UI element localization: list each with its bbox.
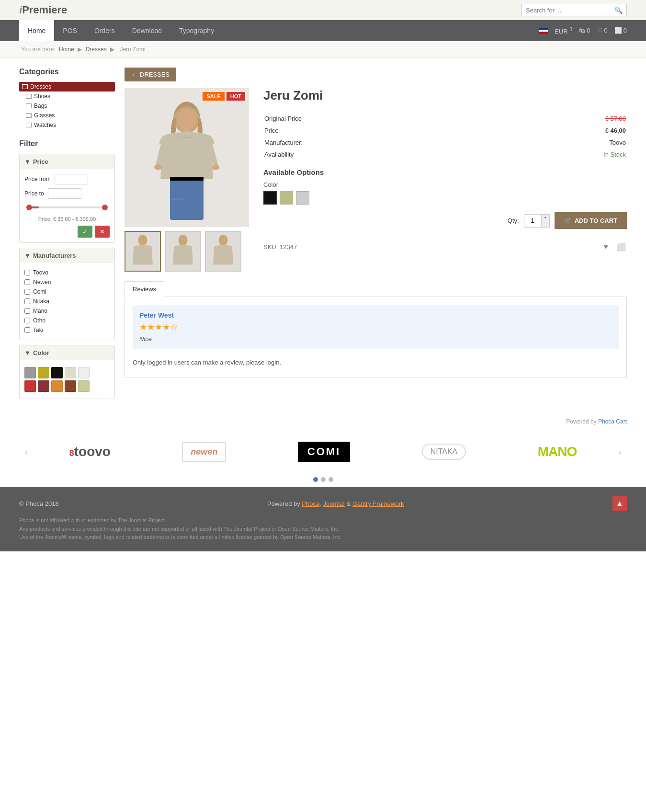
categories-title: Categories <box>19 68 115 76</box>
currency-display[interactable]: EUR 3 <box>555 26 572 35</box>
mfr-mano-check[interactable] <box>24 308 30 314</box>
back-btn-label: DRESSES <box>140 71 170 78</box>
cat-dresses[interactable]: Dresses <box>19 82 115 91</box>
back-to-top-button[interactable]: ▲ <box>612 496 627 511</box>
range-thumb-right[interactable] <box>102 205 108 210</box>
footer-gantry-link[interactable]: Gantry Framework <box>352 500 404 507</box>
cat-glasses[interactable]: Glasses <box>26 111 115 120</box>
prod-color-gray[interactable] <box>296 191 309 205</box>
thumb-2[interactable] <box>165 231 201 272</box>
mfr-comi-check[interactable] <box>24 289 30 295</box>
price-filter-label: Price <box>33 158 48 165</box>
mfr-taki-label: Taki <box>33 327 43 333</box>
dot-2[interactable] <box>321 477 326 482</box>
price-range-label: Price: € 36,00 - € 399,00 <box>24 216 110 222</box>
svg-rect-9 <box>171 198 183 200</box>
swatch-gray[interactable] <box>24 367 36 378</box>
cart-icon: 🛍 <box>579 27 585 34</box>
add-to-cart-button[interactable]: 🛒 ADD TO CART <box>555 212 627 229</box>
price-apply-button[interactable]: ✓ <box>78 226 92 238</box>
breadcrumb-dresses[interactable]: Dresses <box>86 46 107 53</box>
mfr-newen-check[interactable] <box>24 279 30 285</box>
brand-comi[interactable]: COMI <box>298 440 350 464</box>
price-from-input[interactable] <box>55 174 88 184</box>
swatch-white[interactable] <box>78 367 90 378</box>
cat-bags[interactable]: Bags <box>26 101 115 111</box>
mfr-newen: Newen <box>24 277 110 287</box>
main-product-image[interactable]: SALE HOT <box>125 88 249 227</box>
manufacturers-filter-header[interactable]: ▼ Manufacturers <box>20 248 114 263</box>
price-to-input[interactable] <box>48 188 81 199</box>
cat-sub: Shoes Bags Glasses Watches <box>19 91 115 130</box>
mfr-newen-label: Newen <box>33 279 51 286</box>
wishlist-icon: ♡ <box>597 27 603 34</box>
mfr-taki-check[interactable] <box>24 327 30 333</box>
prod-color-khaki[interactable] <box>280 191 293 205</box>
swatch-brown[interactable] <box>65 380 76 392</box>
swatch-cream[interactable] <box>65 367 76 378</box>
mfr-toovo: Toovo <box>24 268 110 277</box>
nav-typography[interactable]: Typography <box>170 20 223 41</box>
color-filter-label: Color <box>33 349 49 356</box>
mfr-otho-check[interactable] <box>24 318 30 323</box>
mfr-nitaka-check[interactable] <box>24 298 30 304</box>
qty-input[interactable] <box>524 214 541 228</box>
swatch-yellow[interactable] <box>38 367 49 378</box>
footer-phoca-link[interactable]: Phoca <box>302 500 319 507</box>
back-to-dresses-button[interactable]: ← DRESSES <box>125 68 176 81</box>
range-thumb-left[interactable] <box>26 205 32 210</box>
brand-nitaka[interactable]: NITAKA <box>422 440 466 464</box>
brands-next-button[interactable]: › <box>612 445 627 459</box>
nav-download[interactable]: Download <box>124 20 170 41</box>
copyright: © Phoca 2018 <box>19 500 59 507</box>
swatch-red[interactable] <box>24 380 36 392</box>
filter-buttons: ✓ ✕ <box>24 226 110 238</box>
prod-color-black[interactable] <box>263 191 277 205</box>
phoca-cart-link[interactable]: Phoca Cart <box>598 418 627 425</box>
swatch-dark-red[interactable] <box>38 380 49 392</box>
compare-group[interactable]: ⬜ 0 <box>614 27 627 34</box>
dot-1[interactable] <box>313 477 318 482</box>
manufacturer-label: Manufacturer: <box>263 137 490 149</box>
price-clear-button[interactable]: ✕ <box>95 226 110 238</box>
thumb-1[interactable] <box>125 231 161 272</box>
svg-point-2 <box>177 109 196 130</box>
brand-toovo[interactable]: 8toovo <box>69 440 111 464</box>
cart-group[interactable]: 🛍 0 <box>579 27 590 34</box>
dot-3[interactable] <box>329 477 333 482</box>
thumb-3[interactable] <box>205 231 241 272</box>
cat-watches[interactable]: Watches <box>26 120 115 130</box>
color-filter-header[interactable]: ▼ Color <box>20 345 114 360</box>
mfr-toovo-check[interactable] <box>24 270 30 275</box>
cat-shoes[interactable]: Shoes <box>26 91 115 101</box>
wishlist-icon-product[interactable]: ♥ <box>600 241 612 252</box>
swatch-orange[interactable] <box>51 380 63 392</box>
footer-note-2: Any products and services provided throu… <box>19 525 627 534</box>
search-input[interactable] <box>526 7 614 14</box>
footer-joomla-link[interactable]: Joomla! <box>323 500 345 507</box>
mfr-nitaka-label: Nitaka <box>33 298 49 305</box>
powered-text: Powered by <box>566 418 596 425</box>
product-top: SALE HOT <box>125 88 627 272</box>
tab-reviews[interactable]: Reviews <box>125 281 164 297</box>
sidebar: Categories Dresses Shoes Bags Glasses <box>19 68 115 404</box>
color-swatches <box>24 365 110 394</box>
brand-mano[interactable]: MANO <box>538 440 577 464</box>
breadcrumb-home[interactable]: Home <box>59 46 74 53</box>
manufacturers-list: Toovo Newen Comi Nitaka Mano Otho Taki <box>24 268 110 335</box>
brand-newen[interactable]: newen <box>182 440 226 464</box>
price-filter-header[interactable]: ▼ Price <box>20 154 114 169</box>
qty-up-button[interactable]: + <box>541 214 550 221</box>
cart-count: 0 <box>587 27 590 34</box>
svg-point-11 <box>138 235 147 246</box>
nav-orders[interactable]: Orders <box>86 20 124 41</box>
site-logo[interactable]: iPremiere <box>19 4 67 16</box>
qty-down-button[interactable]: - <box>541 221 550 228</box>
nav-pos[interactable]: POS <box>54 20 86 41</box>
nav-home[interactable]: Home <box>19 20 54 41</box>
swatch-tan[interactable] <box>78 380 90 392</box>
swatch-black[interactable] <box>51 367 63 378</box>
wishlist-group[interactable]: ♡ 0 <box>597 27 608 34</box>
brands-prev-button[interactable]: ‹ <box>19 445 34 459</box>
compare-icon-product[interactable]: ⬜ <box>615 241 627 252</box>
